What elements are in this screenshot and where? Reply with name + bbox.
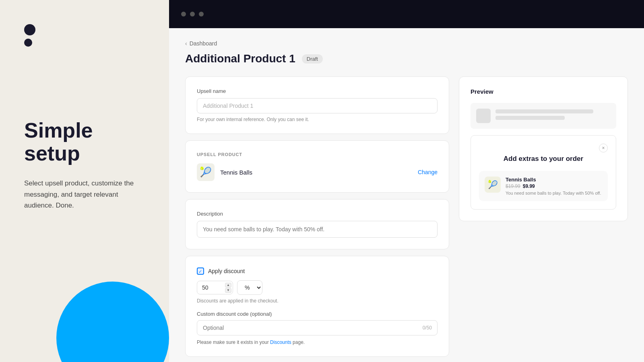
- blue-arc-decoration: [0, 282, 169, 362]
- price-new: $9.99: [523, 183, 535, 189]
- upsell-name-hint: For your own internal reference. Only yo…: [197, 117, 438, 122]
- main-area: ‹ Dashboard Additional Product 1 Draft U…: [169, 0, 644, 362]
- breadcrumb[interactable]: ‹ Dashboard: [185, 40, 628, 47]
- change-button[interactable]: Change: [418, 169, 438, 175]
- left-column: Upsell name For your own internal refere…: [185, 76, 449, 362]
- preview-product-row: 🎾 Tennis Balls $19.99 $9.99 You need som…: [479, 171, 608, 201]
- logo-dot-top: [24, 24, 35, 35]
- breadcrumb-label: Dashboard: [190, 40, 217, 47]
- description-label: Description: [197, 211, 438, 217]
- product-name: Tennis Balls: [220, 169, 412, 176]
- optional-input-wrap: 0/50: [197, 320, 438, 335]
- sidebar-heading: Simple setup: [24, 119, 145, 165]
- preview-product-icon: 🎾: [485, 177, 501, 193]
- preview-title-row: Preview: [471, 88, 616, 95]
- nav-dot-1: [181, 12, 186, 16]
- blue-arc-shape: [56, 282, 169, 362]
- discount-stepper: ▲ ▼: [225, 283, 231, 293]
- preview-heading: Preview: [471, 88, 493, 95]
- preview-add-extras-text: Add extras to your order: [479, 155, 608, 163]
- product-icon: 🎾: [197, 163, 215, 181]
- nav-dot-2: [190, 12, 195, 16]
- content-area: ‹ Dashboard Additional Product 1 Draft U…: [169, 28, 644, 362]
- right-column: Preview × A: [459, 76, 628, 221]
- skeleton-line-short: [495, 116, 565, 120]
- stepper-down-button[interactable]: ▼: [225, 288, 231, 293]
- preview-product-info: Tennis Balls $19.99 $9.99 You need some …: [506, 177, 602, 195]
- skeleton-lines: [495, 109, 611, 122]
- discount-notice-text: Please make sure it exists in your: [197, 339, 270, 345]
- discount-notice: Please make sure it exists in your Disco…: [197, 339, 438, 345]
- upsell-name-label: Upsell name: [197, 88, 438, 94]
- preview-skeleton: [471, 103, 616, 129]
- discount-row: ▲ ▼ % $: [197, 280, 438, 295]
- product-row: 🎾 Tennis Balls Change: [197, 163, 438, 181]
- upsell-product-section-label: UPSELL PRODUCT: [197, 152, 438, 157]
- description-card: Description: [185, 199, 449, 249]
- upsell-name-card: Upsell name For your own internal refere…: [185, 76, 449, 134]
- discount-unit-select[interactable]: % $: [237, 280, 262, 295]
- preview-product-emoji: 🎾: [488, 180, 498, 189]
- upsell-name-input[interactable]: [197, 98, 438, 113]
- apply-discount-label: Apply discount: [208, 268, 245, 274]
- breadcrumb-arrow-icon: ‹: [185, 40, 187, 47]
- sidebar: Simple setup Select upsell product, cust…: [0, 0, 169, 362]
- price-old: $19.99: [506, 183, 520, 189]
- discounts-link[interactable]: Discounts: [270, 339, 291, 345]
- preview-product-name: Tennis Balls: [506, 177, 602, 183]
- discount-hint: Discounts are applied in the checkout.: [197, 298, 438, 304]
- preview-product-desc: You need some balls to play. Today with …: [506, 191, 602, 195]
- preview-close-button[interactable]: ×: [599, 144, 608, 152]
- stepper-up-button[interactable]: ▲: [225, 283, 231, 288]
- skeleton-line-long: [495, 109, 593, 113]
- preview-popup-close-row: ×: [479, 144, 608, 152]
- preview-popup: × Add extras to your order 🎾 Tennis Ball…: [471, 135, 616, 210]
- char-count: 0/50: [423, 325, 432, 331]
- nav-dot-3: [199, 12, 204, 16]
- checkbox-check-icon: ✓: [198, 269, 202, 273]
- sidebar-description: Select upsell product, customize the mes…: [24, 178, 145, 211]
- preview-card: Preview × A: [459, 76, 628, 221]
- upsell-product-card: UPSELL PRODUCT 🎾 Tennis Balls Change: [185, 140, 449, 193]
- preview-prices: $19.99 $9.99: [506, 183, 602, 189]
- page-title: Additional Product 1: [185, 52, 295, 65]
- two-column-layout: Upsell name For your own internal refere…: [185, 76, 628, 362]
- logo-dot-bottom: [24, 39, 32, 47]
- apply-discount-checkbox[interactable]: ✓: [197, 267, 204, 275]
- nav-bar: [169, 0, 644, 28]
- skeleton-square: [476, 109, 491, 123]
- discount-notice-text-end: page.: [293, 339, 305, 345]
- page-header: Additional Product 1 Draft: [185, 52, 628, 65]
- apply-discount-row: ✓ Apply discount: [197, 267, 438, 275]
- logo: [24, 24, 145, 47]
- custom-code-input[interactable]: [197, 320, 438, 335]
- discount-card: ✓ Apply discount ▲ ▼ %: [185, 256, 449, 357]
- draft-badge: Draft: [302, 54, 323, 64]
- description-input[interactable]: [197, 221, 438, 238]
- product-emoji: 🎾: [200, 167, 212, 178]
- custom-code-label: Custom discount code (optional): [197, 311, 438, 317]
- discount-input-wrap: ▲ ▼: [197, 281, 233, 294]
